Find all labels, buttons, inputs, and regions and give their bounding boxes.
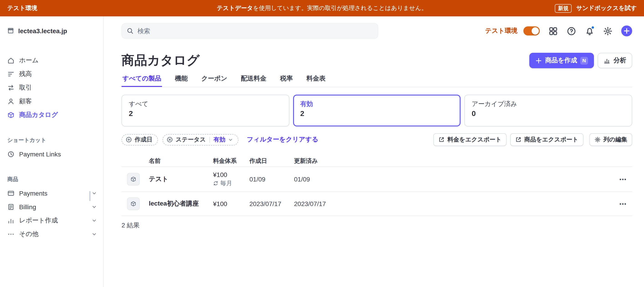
export-products-button[interactable]: 商品をエクスポート — [510, 133, 584, 146]
filter-created-date[interactable]: 作成日 — [122, 134, 158, 145]
sidebar-item-label: 取引 — [19, 84, 32, 92]
tab-pricing-tables[interactable]: 料金表 — [306, 74, 326, 87]
sidebar-item-payments[interactable]: Payments — [7, 187, 97, 200]
chevron-down-icon — [92, 218, 97, 223]
card-archived[interactable]: アーカイブ済み 0 — [464, 95, 632, 126]
create-product-button[interactable]: 商品を作成 N — [529, 53, 594, 68]
home-icon — [7, 57, 14, 64]
tab-bar: すべての製品 機能 クーポン 配送料金 税率 料金表 — [122, 74, 632, 87]
tab-coupons[interactable]: クーポン — [200, 74, 228, 87]
card-active[interactable]: 有効 2 — [293, 95, 460, 126]
updated-date: 2023/07/17 — [294, 200, 614, 207]
sidebar-item-customers[interactable]: 顧客 — [7, 95, 97, 108]
account-switcher[interactable]: lectea3.lectea.jp — [7, 26, 97, 35]
created-date: 2023/07/17 — [250, 200, 294, 207]
filter-status[interactable]: ステータス 有効 — [162, 134, 238, 145]
sidebar: lectea3.lectea.jp ホーム 残高 取引 顧客 — [0, 16, 104, 287]
toggle-knob — [532, 27, 539, 34]
sidebar-item-label: 残高 — [19, 70, 32, 78]
scrollbar-thumb[interactable] — [89, 191, 90, 201]
results-count: 2 結果 — [122, 222, 632, 230]
sidebar-item-label: レポート作成 — [19, 217, 58, 225]
clock-icon — [7, 151, 14, 158]
stat-cards: すべて 2 有効 2 アーカイブ済み 0 — [122, 95, 632, 126]
add-filter-icon — [126, 136, 132, 143]
banner-message-rest: を使用しています。実際の取引が処理されることはありません。 — [253, 4, 427, 11]
product-thumbnail — [127, 173, 140, 186]
table-row[interactable]: テスト ¥100 毎月 01/09 01/09 ⋯ — [122, 167, 632, 192]
table-header: 名前 料金体系 作成日 更新済み — [122, 155, 632, 167]
sidebar-item-billing[interactable]: Billing — [7, 200, 97, 214]
payments-icon — [7, 190, 14, 197]
row-overflow-button[interactable]: ⋯ — [614, 175, 632, 184]
keyboard-shortcut-badge: N — [580, 57, 588, 64]
card-all[interactable]: すべて 2 — [122, 95, 289, 126]
clear-filters-link[interactable]: フィルターをクリアする — [247, 136, 318, 144]
edit-columns-button[interactable]: 列の編集 — [589, 133, 632, 146]
sidebar-item-label: 商品カタログ — [19, 111, 58, 119]
account-name: lectea3.lectea.jp — [18, 27, 67, 34]
product-price: ¥100 — [213, 200, 250, 207]
search-input[interactable] — [138, 27, 373, 34]
export-icon — [438, 136, 445, 143]
row-overflow-button[interactable]: ⋯ — [614, 199, 632, 208]
pill-divider — [209, 137, 210, 143]
sidebar-item-payment-links[interactable]: Payment Links — [7, 147, 97, 161]
sidebar-item-label: 顧客 — [19, 97, 32, 105]
help-icon[interactable] — [567, 26, 576, 36]
chevron-down-icon — [228, 137, 233, 142]
transactions-icon — [7, 84, 14, 91]
filter-label: ステータス — [176, 136, 206, 144]
remove-filter-icon — [166, 136, 173, 143]
sidebar-item-transactions[interactable]: 取引 — [7, 81, 97, 95]
card-value: 2 — [300, 110, 453, 118]
tab-tax-rates[interactable]: 税率 — [279, 74, 294, 87]
product-name: テスト — [149, 175, 213, 183]
sidebar-item-balance[interactable]: 残高 — [7, 67, 97, 81]
sidebar-item-label: その他 — [19, 230, 38, 238]
edit-columns-label: 列の編集 — [603, 136, 627, 144]
analytics-label: 分析 — [614, 56, 626, 65]
customers-icon — [7, 98, 14, 105]
chevron-down-icon — [92, 204, 97, 210]
plus-icon — [535, 57, 542, 64]
test-mode-label: テスト環境 — [485, 27, 518, 35]
reports-icon — [7, 217, 14, 224]
sidebar-item-product-catalog[interactable]: 商品カタログ — [7, 108, 97, 122]
column-header-created: 作成日 — [250, 157, 294, 165]
analytics-button[interactable]: 分析 — [598, 53, 632, 68]
tab-features[interactable]: 機能 — [174, 74, 189, 87]
notifications-button[interactable] — [585, 26, 594, 36]
tab-shipping-rates[interactable]: 配送料金 — [240, 74, 268, 87]
product-price: ¥100 — [213, 171, 250, 178]
sidebar-nav: ホーム 残高 取引 顧客 商品カタログ — [7, 54, 97, 122]
search-bar[interactable] — [122, 23, 378, 39]
settings-gear-icon[interactable] — [603, 26, 612, 36]
columns-gear-icon — [594, 136, 600, 143]
tab-all-products[interactable]: すべての製品 — [122, 74, 162, 87]
billing-icon — [7, 203, 14, 211]
chevron-down-icon — [92, 191, 97, 196]
sidebar-item-more[interactable]: その他 — [7, 227, 97, 241]
notification-dot — [591, 26, 594, 29]
product-thumbnail — [127, 197, 140, 210]
test-mode-toggle[interactable] — [524, 26, 540, 35]
storefront-icon — [7, 27, 14, 34]
sidebar-item-label: Payments — [19, 190, 48, 197]
analytics-icon — [604, 57, 610, 64]
new-badge: 新規 — [555, 4, 572, 12]
filter-value: 有効 — [214, 136, 225, 144]
products-table: 名前 料金体系 作成日 更新済み テスト ¥100 毎月 — [122, 155, 632, 216]
sidebar-item-reporting[interactable]: レポート作成 — [7, 214, 97, 227]
cube-icon — [130, 201, 136, 207]
export-prices-button[interactable]: 料金をエクスポート — [433, 133, 506, 146]
create-product-label: 商品を作成 — [545, 56, 577, 65]
cube-icon — [130, 176, 136, 182]
card-label: アーカイブ済み — [472, 100, 625, 108]
apps-grid-icon[interactable] — [548, 26, 558, 36]
created-date: 01/09 — [250, 176, 294, 183]
table-row[interactable]: lectea初心者講座 ¥100 2023/07/17 2023/07/17 ⋯ — [122, 192, 632, 216]
sidebar-item-home[interactable]: ホーム — [7, 54, 97, 67]
create-plus-button[interactable] — [621, 25, 632, 36]
try-sandbox-link[interactable]: サンドボックスを試す — [576, 4, 637, 12]
